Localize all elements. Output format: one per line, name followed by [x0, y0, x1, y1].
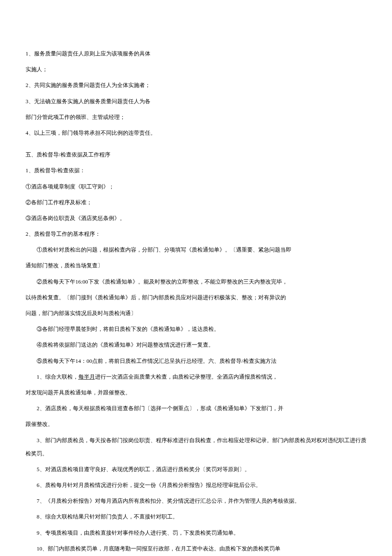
text-line: 3、部门内部质检员，每天按各部门按岗位职责、程序标准进行自我检查，作出相应处理和…	[26, 434, 366, 460]
text-line: 10、部门内部质检奖罚单，月底随考勤一同报至行政部，在月工资中表达。由质检下发的…	[26, 542, 366, 555]
text-line: 9、专项质检项目，由质检直接针对事件经办人进行奖、罚，下发质检奖罚通知单。	[26, 526, 366, 539]
text-line: 跟催整改。	[26, 417, 366, 431]
text-segment: 进行一次酒店全面质量大检查，由质检记录整理。全酒店内通报质检情况，	[95, 374, 278, 380]
text-line: ①质检针对质检出的问题，根据检查内容，分部门、分项填写《质检通知单》。〔遇重要、…	[26, 243, 366, 256]
text-line: 以待质检复查。〔部门接到《质检通知单》后，部门内部质检员应对问题进行积极落实、整…	[26, 291, 366, 304]
text-line: ④质检将依据部门送达的《质检通知单》对问题整改情况进行逐一复查。	[26, 338, 366, 351]
text-line: ③各部门经理早晨签到时，将前日质检下发的《质检通知单》，送达质检。	[26, 322, 366, 336]
text-line: ②各部门工作程序及标准；	[26, 196, 366, 209]
text-line: 8、综合大联检结果只针对部门负责人，不直接针对职工。	[26, 510, 366, 523]
text-line: 通知部门整改，质检当场复查〕	[26, 259, 366, 272]
text-line: 部门分管此项工作的领班、主管或经理；	[26, 110, 366, 124]
text-line: 问题，部门内部落实情况后及时与质检沟通〕	[26, 307, 366, 320]
text-line: 3、无法确立服务实施人的服务质量问题责任人为各	[26, 95, 366, 108]
text-line: ②质检每天下午16:00下发《质检通知单》。能及时整改的立即整改，不能立即整改的…	[26, 275, 366, 288]
text-line: ⑤质检每天下午14：00点前，将前日质检工作情况汇总呈执行总经理。六、质检督导/…	[26, 354, 366, 368]
text-line: 4、以上三项，部门领导将承担不同比例的连带责任。	[26, 126, 366, 139]
text-line: ③酒店各岗位职责及《酒店奖惩条例》。	[26, 211, 366, 225]
text-line: ①酒店各项规章制度《职工守则》；	[26, 180, 366, 193]
text-segment: 1、综合大联检，	[37, 374, 78, 380]
text-line: 1、服务质量问题责任人原则上应为该项服务的具体	[26, 47, 366, 60]
text-line: 1、质检督导/检查依据：	[26, 164, 366, 177]
section-heading: 五、质检督导/检查依据及工作程序	[26, 148, 366, 161]
text-line: 7、《月质检分析报告》对每月酒店内所有质检扣分、奖分情况进行汇总公示，并作为管理…	[26, 494, 366, 507]
text-line: 2、质检督导工作的基本程序：	[26, 227, 366, 240]
text-line: 实施人；	[26, 63, 366, 76]
text-line: 对发现问题开具质检通知单，并跟催整改。	[26, 386, 366, 399]
text-line: 6、质检每月针对月质检情况进行分析，提交一份《月质检分析报告》报总经理审批后公示…	[26, 478, 366, 492]
underlined-text: 每半月	[78, 374, 95, 380]
text-line: 2、酒店质检，每天根据质检项目巡查各部门〔选择一个侧重点〕，形成《质检通知单》下…	[26, 402, 366, 415]
spacer	[26, 142, 366, 148]
text-line: 2、共同实施的服务质量问题责任人为全体实施者；	[26, 78, 366, 92]
text-line: 1、综合大联检，每半月进行一次酒店全面质量大检查，由质检记录整理。全酒店内通报质…	[26, 370, 366, 383]
text-line: 5、对酒店质检项目遵守良好、表现优秀的职工，酒店进行质检奖分〔奖罚对等原则〕。	[26, 463, 366, 476]
